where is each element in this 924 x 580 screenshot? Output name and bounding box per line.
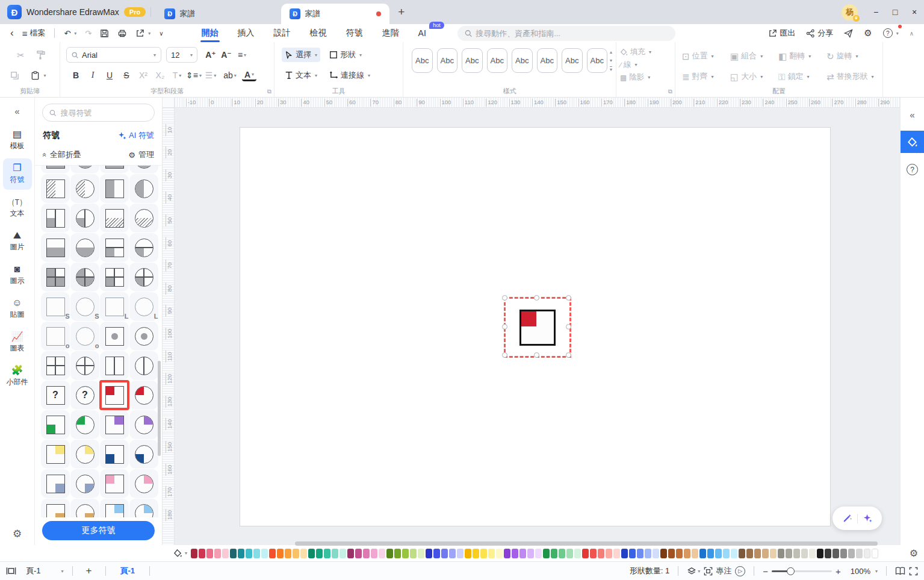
file-menu-button[interactable]: ≡ 檔案 <box>18 25 50 41</box>
close-button[interactable]: × <box>905 0 924 24</box>
more-styles-icon[interactable]: ▾ <box>610 66 612 72</box>
swatch-#a6a69c[interactable] <box>786 549 792 558</box>
arrange-旋轉-button[interactable]: ↻旋轉▾ <box>823 49 872 63</box>
swatch-#f8cf1f[interactable] <box>473 549 479 558</box>
shadow-button[interactable]: ▩ 陰影▾ <box>620 71 671 84</box>
collapse-ribbon-button[interactable]: ∧ <box>905 25 918 41</box>
symbol-cell-r0c3[interactable] <box>129 166 158 173</box>
swatch-#35c2a2[interactable] <box>324 549 330 558</box>
arrange-替換形狀-button[interactable]: ⇄替換形狀▾ <box>823 69 872 84</box>
copy-button[interactable] <box>10 71 19 80</box>
zoom-value[interactable]: 100% <box>845 567 870 576</box>
symbol-cell-r6c1[interactable]: o <box>70 322 99 351</box>
swatch-#fbe34d[interactable] <box>480 549 487 558</box>
symbol-cell-r1c2[interactable] <box>100 174 129 203</box>
swatch-#fde0a8[interactable] <box>300 549 307 558</box>
swatch-#d9985e[interactable] <box>684 549 690 558</box>
swatch-#fac9d6[interactable] <box>222 549 229 558</box>
symbol-cell-r8c3[interactable] <box>129 381 158 410</box>
symbol-cell-r10c2[interactable] <box>100 440 129 469</box>
magic-wand-button[interactable] <box>842 513 852 523</box>
minimize-button[interactable]: − <box>866 0 885 24</box>
manage-button[interactable]: ⚙ 管理 <box>128 149 154 160</box>
symbol-cell-r5c0[interactable]: S <box>41 292 70 321</box>
swatch-#7c3a10[interactable] <box>660 549 667 558</box>
symbol-cell-r2c1[interactable] <box>70 204 99 232</box>
swatch-#7e5a3c[interactable] <box>739 549 745 558</box>
symbol-cell-r12c2[interactable] <box>100 499 129 517</box>
send-feedback-button[interactable] <box>840 25 857 41</box>
paste-button[interactable]: ▾ <box>28 69 49 82</box>
symbol-cell-r5c1[interactable]: S <box>70 292 99 321</box>
symbol-cell-r10c3[interactable] <box>129 440 158 469</box>
swatch-#83dde6[interactable] <box>253 549 260 558</box>
swatch-#bf87f1[interactable] <box>519 549 526 558</box>
underline-button[interactable]: U <box>102 68 117 83</box>
swatch-#a05321[interactable] <box>668 549 675 558</box>
sidebar-item-貼圖[interactable]: ☺貼圖 <box>3 293 32 325</box>
swatch-#d4f2dd[interactable] <box>574 549 581 558</box>
symbol-cell-r6c0[interactable]: o <box>41 322 70 351</box>
chevron-down-icon[interactable]: ▾ <box>61 569 64 574</box>
swatch-#c06f35[interactable] <box>676 549 683 558</box>
page-overview-button[interactable] <box>895 567 905 575</box>
line-button[interactable]: ∕ 線▾ <box>620 58 671 71</box>
style-preset-6[interactable]: Abc <box>537 48 558 73</box>
symbol-cell-r9c1[interactable] <box>70 410 99 439</box>
swatch-#0d8a66[interactable] <box>308 549 315 558</box>
swatch-#6fcb8d[interactable] <box>559 549 565 558</box>
cut-button[interactable]: ✂ <box>14 49 28 61</box>
decrease-font-button[interactable]: A⁻ <box>219 48 234 62</box>
swatch-#f2b300[interactable] <box>465 549 471 558</box>
zoom-knob[interactable] <box>787 567 795 575</box>
symbol-cell-r8c2-selected[interactable] <box>100 381 129 410</box>
selection-handle[interactable] <box>502 324 507 329</box>
swatch-#d6d6cc[interactable] <box>801 549 808 558</box>
expand-dialog-icon[interactable]: ⧉ <box>668 88 672 95</box>
ai-sparkle-button[interactable] <box>863 513 873 523</box>
layers-button[interactable]: ▾ <box>687 567 700 576</box>
swatch-#3eb266[interactable] <box>551 549 557 558</box>
zoom-in-button[interactable]: + <box>836 566 841 576</box>
selection-handle[interactable] <box>534 352 539 358</box>
swatch-#1b1b1b[interactable] <box>817 549 823 558</box>
swatch-#6e8cf1[interactable] <box>637 549 643 558</box>
symbol-search[interactable] <box>42 104 155 122</box>
swatch-#3a62e6[interactable] <box>629 549 636 558</box>
symbol-cell-r3c3[interactable] <box>129 233 158 262</box>
zoom-track[interactable] <box>772 570 832 572</box>
swatch-#2440c4[interactable] <box>621 549 628 558</box>
back-button[interactable]: ‹ <box>6 25 18 41</box>
symbol-cell-r2c0[interactable] <box>41 204 70 232</box>
style-preset-8[interactable]: Abc <box>587 48 608 73</box>
font-size-select[interactable]: 12 ▾ <box>166 47 197 63</box>
arrange-翻轉-button[interactable]: ◧翻轉▾ <box>775 49 823 63</box>
swatch-#d6d6d6[interactable] <box>856 549 863 558</box>
swatch-#d2dcfb[interactable] <box>653 549 659 558</box>
swatch-#eec79c[interactable] <box>692 549 698 558</box>
swatch-#55851c[interactable] <box>386 549 393 558</box>
swatch-#c2f1f5[interactable] <box>261 549 268 558</box>
symbol-cell-r10c1[interactable] <box>70 440 99 469</box>
collapse-right-panel-icon[interactable]: « <box>910 110 914 120</box>
swatch-#c6efe6[interactable] <box>340 549 346 558</box>
symbol-cell-r12c3[interactable] <box>129 499 158 517</box>
symbol-cell-r5c3[interactable]: L <box>129 292 158 321</box>
swatch-#a1b7f7[interactable] <box>645 549 651 558</box>
page-tab-active[interactable]: 頁-1 <box>114 566 141 576</box>
swatch-#fbaaa4[interactable] <box>606 549 612 558</box>
add-page-button[interactable]: + <box>81 565 97 577</box>
increase-font-button[interactable]: A⁺ <box>203 48 218 62</box>
share-button[interactable]: 分享 <box>802 25 837 41</box>
bold-button[interactable]: B <box>69 68 83 83</box>
zoom-out-button[interactable]: − <box>763 566 768 576</box>
swatch-#c9effc[interactable] <box>731 549 737 558</box>
subscript-button[interactable]: X₂ <box>153 68 167 83</box>
collapse-all-button[interactable]: « 全部折疊 <box>43 149 81 160</box>
swatch-#fbc166[interactable] <box>293 549 299 558</box>
arrange-組合-button[interactable]: ▣組合▾ <box>727 49 775 63</box>
fit-to-screen-button[interactable] <box>909 567 918 576</box>
ribbon-tab-符號[interactable]: 符號 <box>336 24 373 42</box>
ribbon-tab-進階[interactable]: 進階 <box>373 24 409 42</box>
pages-panel-button[interactable] <box>6 567 16 575</box>
